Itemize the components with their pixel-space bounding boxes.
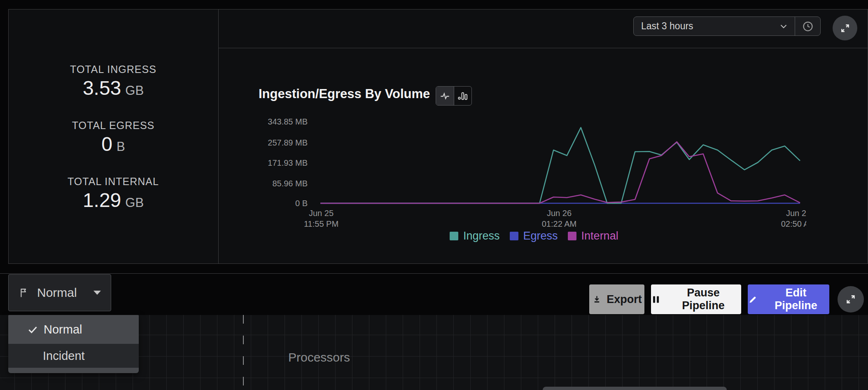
x-tick-date: Jun 25 <box>291 208 352 218</box>
total-egress-label: TOTAL EGRESS <box>8 119 218 132</box>
edit-label: Edit Pipeline <box>763 287 829 312</box>
internal-swatch <box>568 232 576 240</box>
mode-dropdown-button[interactable]: Normal <box>8 274 111 311</box>
export-label: Export <box>607 293 642 306</box>
time-range-dropdown[interactable]: Last 3 hours <box>634 17 795 35</box>
legend-item-egress[interactable]: Egress <box>510 230 558 242</box>
clock-icon <box>802 20 814 33</box>
section-divider <box>0 273 868 274</box>
egress-number: 0 <box>101 133 112 155</box>
chart-fullscreen-button[interactable] <box>833 16 857 40</box>
line-view-button[interactable] <box>436 87 454 105</box>
total-ingress-value: 3.53 GB <box>8 77 218 101</box>
pause-label: Pause Pipeline <box>665 287 741 312</box>
x-tick-time: 01:22 AM <box>529 218 590 229</box>
pulse-line-icon <box>439 90 450 101</box>
canvas-guide-line <box>243 315 244 390</box>
total-egress-value: 0 B <box>8 133 218 157</box>
internal-unit: GB <box>125 195 144 210</box>
x-axis-tick-clipped: Jun 26 02:50 AM <box>773 208 806 229</box>
time-picker-button[interactable] <box>795 17 820 35</box>
caret-down-icon <box>93 291 101 295</box>
legend-label: Internal <box>581 230 618 242</box>
download-icon <box>592 294 602 305</box>
chevron-down-icon <box>778 21 789 32</box>
canvas-fullscreen-button[interactable] <box>838 286 864 312</box>
legend-label: Ingress <box>463 230 500 242</box>
legend-item-ingress[interactable]: Ingress <box>450 230 500 242</box>
y-axis-tick: 257.89 MB <box>238 138 308 148</box>
y-axis-tick: 343.85 MB <box>238 117 308 127</box>
x-tick-time: 02:50 AM <box>773 218 806 229</box>
mode-dropdown-menu: Normal Incident <box>8 315 139 373</box>
bar-view-button[interactable] <box>454 87 471 105</box>
processors-section-label: Processors <box>288 350 350 364</box>
pencil-icon <box>748 294 758 305</box>
check-icon <box>27 324 38 335</box>
legend-item-internal[interactable]: Internal <box>568 230 618 242</box>
chart-legend: Ingress Egress Internal <box>450 230 618 242</box>
mode-value: Normal <box>37 286 77 300</box>
bar-chart-icon <box>457 90 468 101</box>
pause-icon <box>651 294 661 305</box>
menu-footer-strip <box>8 368 139 373</box>
expand-icon <box>840 23 851 34</box>
chart-title: Ingestion/Egress By Volume <box>259 87 430 101</box>
total-internal-label: TOTAL INTERNAL <box>8 175 218 188</box>
expand-icon <box>845 294 856 305</box>
edit-pipeline-button[interactable]: Edit Pipeline <box>748 284 829 314</box>
time-range-control: Last 3 hours <box>633 16 821 36</box>
internal-number: 1.29 <box>83 189 121 211</box>
y-axis-tick: 0 B <box>238 198 308 208</box>
egress-swatch <box>510 232 518 240</box>
pipeline-node-partial[interactable] <box>543 387 727 390</box>
pause-pipeline-button[interactable]: Pause Pipeline <box>651 284 741 314</box>
stats-chart-divider <box>218 9 219 264</box>
time-range-value: Last 3 hours <box>641 21 693 32</box>
ingress-number: 3.53 <box>83 77 121 99</box>
total-internal-value: 1.29 GB <box>8 189 218 213</box>
y-axis-tick: 171.93 MB <box>238 158 308 168</box>
menu-item-incident[interactable]: Incident <box>8 344 139 368</box>
ingress-unit: GB <box>125 83 144 98</box>
x-axis-tick: Jun 25 11:55 PM <box>291 208 352 229</box>
x-tick-time: 11:55 PM <box>291 218 352 229</box>
chart-header-divider <box>218 48 868 48</box>
flag-icon <box>19 287 30 298</box>
legend-label: Egress <box>523 230 558 242</box>
total-ingress-label: TOTAL INGRESS <box>8 63 218 76</box>
egress-unit: B <box>117 139 125 154</box>
x-tick-date: Jun 26 <box>773 208 806 218</box>
y-axis-tick: 85.96 MB <box>238 179 308 188</box>
pipeline-monitor-page: TOTAL INGRESS 3.53 GB TOTAL EGRESS 0 B T… <box>0 0 868 390</box>
menu-item-normal[interactable]: Normal <box>8 315 139 344</box>
ingress-swatch <box>450 232 458 240</box>
chart-view-toggle <box>436 86 472 106</box>
x-tick-date: Jun 26 <box>529 208 590 218</box>
x-axis-tick: Jun 26 01:22 AM <box>529 208 590 229</box>
export-button[interactable]: Export <box>589 284 644 314</box>
